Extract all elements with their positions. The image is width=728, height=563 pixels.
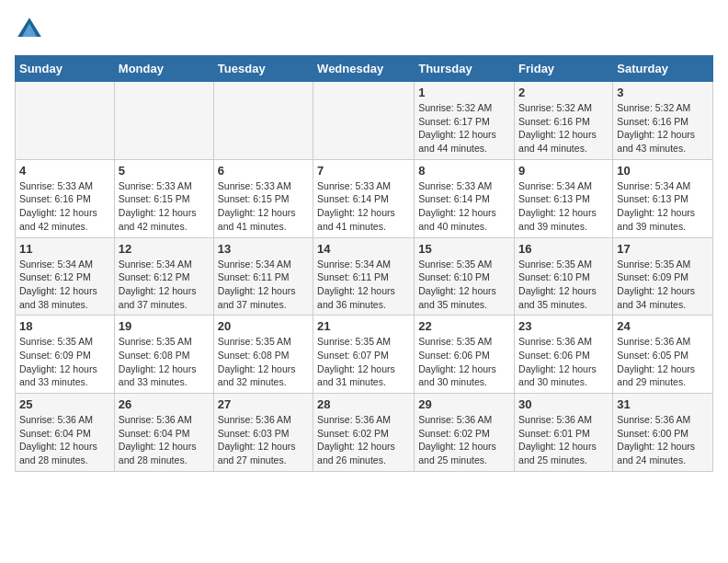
- day-number: 18: [19, 319, 110, 333]
- calendar-cell: 9Sunrise: 5:34 AM Sunset: 6:13 PM Daylig…: [515, 159, 613, 237]
- day-number: 16: [518, 242, 609, 256]
- calendar-cell: [213, 82, 313, 160]
- day-number: 19: [119, 319, 210, 333]
- day-info: Sunrise: 5:35 AM Sunset: 6:09 PM Dayligh…: [617, 258, 709, 312]
- calendar-cell: 20Sunrise: 5:35 AM Sunset: 6:08 PM Dayli…: [213, 316, 313, 394]
- day-info: Sunrise: 5:32 AM Sunset: 6:16 PM Dayligh…: [518, 101, 609, 155]
- day-number: 27: [218, 397, 309, 411]
- day-number: 10: [617, 164, 709, 178]
- calendar-cell: 25Sunrise: 5:36 AM Sunset: 6:04 PM Dayli…: [16, 394, 115, 472]
- day-info: Sunrise: 5:32 AM Sunset: 6:16 PM Dayligh…: [617, 101, 709, 155]
- day-number: 14: [317, 242, 410, 256]
- day-info: Sunrise: 5:33 AM Sunset: 6:14 PM Dayligh…: [317, 179, 410, 234]
- day-info: Sunrise: 5:35 AM Sunset: 6:06 PM Dayligh…: [418, 335, 510, 389]
- day-number: 17: [617, 242, 709, 256]
- calendar-cell: 2Sunrise: 5:32 AM Sunset: 6:16 PM Daylig…: [515, 82, 613, 160]
- day-info: Sunrise: 5:33 AM Sunset: 6:16 PM Dayligh…: [19, 179, 110, 234]
- day-info: Sunrise: 5:36 AM Sunset: 6:01 PM Dayligh…: [518, 413, 609, 467]
- day-info: Sunrise: 5:34 AM Sunset: 6:12 PM Dayligh…: [119, 258, 210, 312]
- calendar-cell: 12Sunrise: 5:34 AM Sunset: 6:12 PM Dayli…: [114, 237, 213, 316]
- column-header-monday: Monday: [114, 56, 213, 82]
- day-info: Sunrise: 5:33 AM Sunset: 6:15 PM Dayligh…: [119, 179, 210, 234]
- calendar-cell: 23Sunrise: 5:36 AM Sunset: 6:06 PM Dayli…: [515, 316, 613, 394]
- calendar-cell: 14Sunrise: 5:34 AM Sunset: 6:11 PM Dayli…: [313, 237, 415, 316]
- day-info: Sunrise: 5:35 AM Sunset: 6:07 PM Dayligh…: [317, 335, 410, 389]
- day-number: 22: [418, 319, 510, 333]
- day-number: 4: [19, 164, 110, 178]
- day-info: Sunrise: 5:36 AM Sunset: 6:00 PM Dayligh…: [617, 413, 709, 467]
- calendar-cell: 1Sunrise: 5:32 AM Sunset: 6:17 PM Daylig…: [415, 82, 515, 160]
- page-header: [15, 15, 713, 44]
- day-number: 2: [518, 86, 609, 99]
- day-info: Sunrise: 5:35 AM Sunset: 6:08 PM Dayligh…: [218, 335, 309, 389]
- day-number: 1: [418, 86, 510, 99]
- calendar-week-row: 11Sunrise: 5:34 AM Sunset: 6:12 PM Dayli…: [16, 237, 713, 316]
- column-header-sunday: Sunday: [16, 56, 115, 82]
- calendar-week-row: 1Sunrise: 5:32 AM Sunset: 6:17 PM Daylig…: [16, 82, 713, 160]
- calendar-cell: [313, 82, 415, 160]
- calendar-cell: [114, 82, 213, 160]
- column-header-friday: Friday: [515, 56, 613, 82]
- calendar-cell: 24Sunrise: 5:36 AM Sunset: 6:05 PM Dayli…: [613, 316, 713, 394]
- logo: [15, 15, 48, 44]
- calendar-cell: 22Sunrise: 5:35 AM Sunset: 6:06 PM Dayli…: [415, 316, 515, 394]
- day-info: Sunrise: 5:33 AM Sunset: 6:14 PM Dayligh…: [418, 179, 510, 234]
- calendar-cell: 16Sunrise: 5:35 AM Sunset: 6:10 PM Dayli…: [515, 237, 613, 316]
- day-info: Sunrise: 5:33 AM Sunset: 6:15 PM Dayligh…: [218, 179, 309, 234]
- day-number: 6: [218, 164, 309, 178]
- day-number: 15: [418, 242, 510, 256]
- calendar-table: SundayMondayTuesdayWednesdayThursdayFrid…: [15, 55, 713, 472]
- logo-icon: [15, 15, 44, 44]
- day-info: Sunrise: 5:34 AM Sunset: 6:12 PM Dayligh…: [19, 258, 110, 312]
- day-info: Sunrise: 5:34 AM Sunset: 6:11 PM Dayligh…: [218, 258, 309, 312]
- calendar-cell: 18Sunrise: 5:35 AM Sunset: 6:09 PM Dayli…: [16, 316, 115, 394]
- calendar-cell: 10Sunrise: 5:34 AM Sunset: 6:13 PM Dayli…: [613, 159, 713, 237]
- calendar-cell: 4Sunrise: 5:33 AM Sunset: 6:16 PM Daylig…: [16, 159, 115, 237]
- column-header-thursday: Thursday: [415, 56, 515, 82]
- calendar-header-row: SundayMondayTuesdayWednesdayThursdayFrid…: [16, 56, 713, 82]
- calendar-cell: 19Sunrise: 5:35 AM Sunset: 6:08 PM Dayli…: [114, 316, 213, 394]
- day-info: Sunrise: 5:36 AM Sunset: 6:02 PM Dayligh…: [317, 413, 410, 467]
- day-number: 3: [617, 86, 709, 99]
- calendar-cell: 3Sunrise: 5:32 AM Sunset: 6:16 PM Daylig…: [613, 82, 713, 160]
- calendar-cell: 11Sunrise: 5:34 AM Sunset: 6:12 PM Dayli…: [16, 237, 115, 316]
- calendar-cell: 31Sunrise: 5:36 AM Sunset: 6:00 PM Dayli…: [613, 394, 713, 472]
- day-number: 13: [218, 242, 309, 256]
- day-number: 21: [317, 319, 410, 333]
- calendar-cell: 21Sunrise: 5:35 AM Sunset: 6:07 PM Dayli…: [313, 316, 415, 394]
- calendar-week-row: 18Sunrise: 5:35 AM Sunset: 6:09 PM Dayli…: [16, 316, 713, 394]
- calendar-cell: 26Sunrise: 5:36 AM Sunset: 6:04 PM Dayli…: [114, 394, 213, 472]
- calendar-week-row: 25Sunrise: 5:36 AM Sunset: 6:04 PM Dayli…: [16, 394, 713, 472]
- day-number: 24: [617, 319, 709, 333]
- calendar-cell: 30Sunrise: 5:36 AM Sunset: 6:01 PM Dayli…: [515, 394, 613, 472]
- calendar-cell: 8Sunrise: 5:33 AM Sunset: 6:14 PM Daylig…: [415, 159, 515, 237]
- day-info: Sunrise: 5:36 AM Sunset: 6:04 PM Dayligh…: [19, 413, 110, 467]
- day-info: Sunrise: 5:34 AM Sunset: 6:13 PM Dayligh…: [617, 179, 709, 234]
- day-number: 8: [418, 164, 510, 178]
- column-header-wednesday: Wednesday: [313, 56, 415, 82]
- day-info: Sunrise: 5:34 AM Sunset: 6:13 PM Dayligh…: [518, 179, 609, 234]
- day-info: Sunrise: 5:35 AM Sunset: 6:10 PM Dayligh…: [418, 258, 510, 312]
- calendar-cell: 17Sunrise: 5:35 AM Sunset: 6:09 PM Dayli…: [613, 237, 713, 316]
- day-number: 11: [19, 242, 110, 256]
- day-info: Sunrise: 5:36 AM Sunset: 6:03 PM Dayligh…: [218, 413, 309, 467]
- day-number: 20: [218, 319, 309, 333]
- calendar-cell: [16, 82, 115, 160]
- day-number: 25: [19, 397, 110, 411]
- day-number: 26: [119, 397, 210, 411]
- day-number: 31: [617, 397, 709, 411]
- calendar-week-row: 4Sunrise: 5:33 AM Sunset: 6:16 PM Daylig…: [16, 159, 713, 237]
- calendar-cell: 15Sunrise: 5:35 AM Sunset: 6:10 PM Dayli…: [415, 237, 515, 316]
- day-number: 7: [317, 164, 410, 178]
- calendar-cell: 13Sunrise: 5:34 AM Sunset: 6:11 PM Dayli…: [213, 237, 313, 316]
- calendar-cell: 5Sunrise: 5:33 AM Sunset: 6:15 PM Daylig…: [114, 159, 213, 237]
- calendar-cell: 27Sunrise: 5:36 AM Sunset: 6:03 PM Dayli…: [213, 394, 313, 472]
- day-number: 23: [518, 319, 609, 333]
- day-info: Sunrise: 5:36 AM Sunset: 6:04 PM Dayligh…: [119, 413, 210, 467]
- day-info: Sunrise: 5:35 AM Sunset: 6:08 PM Dayligh…: [119, 335, 210, 389]
- day-number: 9: [518, 164, 609, 178]
- day-info: Sunrise: 5:35 AM Sunset: 6:09 PM Dayligh…: [19, 335, 110, 389]
- day-number: 28: [317, 397, 410, 411]
- day-info: Sunrise: 5:35 AM Sunset: 6:10 PM Dayligh…: [518, 258, 609, 312]
- day-info: Sunrise: 5:36 AM Sunset: 6:02 PM Dayligh…: [418, 413, 510, 467]
